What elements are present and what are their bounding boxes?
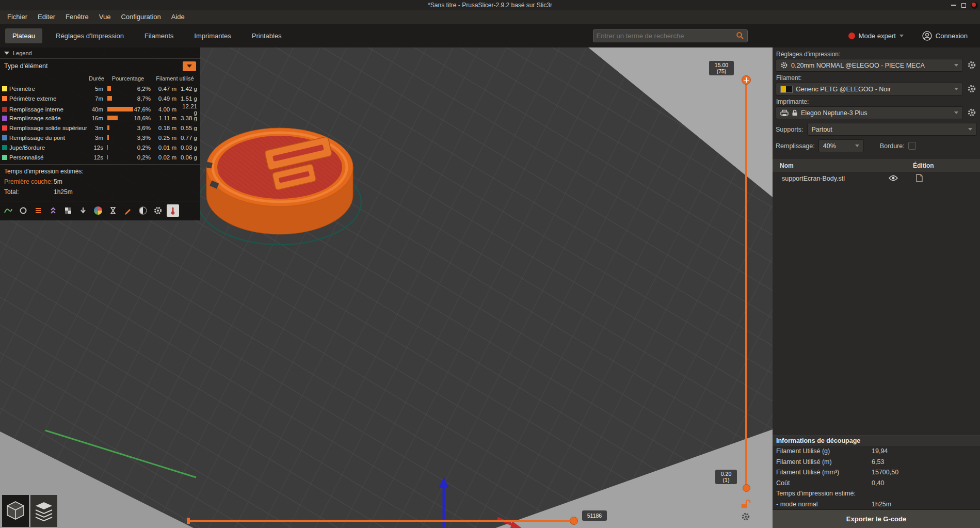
legend-row: Remplissage interne40m 47,6%4.00 m12.21 … — [0, 103, 200, 113]
retractions-icon[interactable] — [32, 204, 44, 217]
move-slider-tooltip: 51186 — [582, 510, 607, 521]
move-slider-handle[interactable] — [570, 517, 578, 525]
tab-filaments[interactable]: Filaments — [137, 28, 181, 43]
infill-select[interactable]: 40% — [818, 139, 864, 152]
legend-collapse-icon[interactable] — [4, 52, 9, 55]
gear-icon — [967, 108, 976, 117]
print-settings-label: Réglages d'impression: — [776, 51, 980, 58]
edit-object-icon[interactable] — [913, 173, 925, 184]
options-icon[interactable] — [152, 204, 164, 217]
mode-label: Mode expert — [859, 32, 896, 40]
slice-info-row: Filament Utilisé (g)19,94 — [773, 446, 980, 457]
legend-toggle-icon[interactable] — [167, 204, 179, 217]
deretractions-icon[interactable] — [47, 204, 59, 217]
object-list-item[interactable]: supportEcran-Body.stl — [773, 172, 980, 185]
printer-select[interactable]: Elegoo Neptune-3 Plus — [776, 106, 963, 119]
menu-fichier[interactable]: Fichier — [2, 10, 33, 24]
pause-prints-icon[interactable] — [107, 204, 119, 217]
chevron-down-icon — [954, 111, 958, 114]
custom-gcodes-icon[interactable] — [122, 204, 134, 217]
right-sidebar: Réglages d'impression: 0.20mm NORMAL @EL… — [773, 47, 980, 528]
gcode-options-toolbar — [0, 201, 200, 220]
print-settings-gear-button[interactable] — [967, 60, 977, 71]
menu-vue[interactable]: Vue — [94, 10, 116, 24]
menu-fenetre[interactable]: Fenêtre — [60, 10, 94, 24]
menubar: Fichier Editer Fenêtre Vue Configuration… — [0, 10, 980, 24]
layer-slider-bottom-handle[interactable] — [743, 484, 750, 492]
search-input[interactable] — [597, 32, 736, 40]
tabbar: Plateau Réglages d'Impression Filaments … — [0, 24, 980, 47]
legend-row: Remplissage du pont3m 3,3%0.25 m0.77 g — [0, 133, 200, 142]
mode-selector[interactable]: Mode expert — [848, 32, 904, 40]
move-slider-track[interactable] — [189, 520, 574, 522]
feature-color-chip — [2, 125, 7, 131]
chevron-down-icon — [968, 128, 972, 131]
tab-imprimantes[interactable]: Imprimantes — [187, 28, 238, 43]
wipe-icon[interactable] — [17, 204, 29, 217]
legend-row: Remplissage solide supérieur3m 3,6%0.18 … — [0, 123, 200, 133]
travel-icon[interactable] — [2, 204, 14, 217]
feature-color-chip — [2, 135, 7, 140]
print-settings-select[interactable]: 0.20mm NORMAL @ELEGOO - PIECE MECA — [776, 59, 963, 72]
3d-editor-view-button[interactable] — [2, 495, 29, 527]
minimize-icon[interactable] — [951, 5, 956, 6]
filament-gear-button[interactable] — [967, 84, 977, 94]
feature-color-chip — [2, 96, 7, 101]
layer-slider-bottom-tooltip: 0.20 (1) — [715, 470, 737, 484]
titlebar: *Sans titre - PrusaSlicer-2.9.2 basé sur… — [0, 0, 980, 10]
layer-slider-track[interactable] — [745, 80, 747, 488]
menu-editer[interactable]: Editer — [33, 10, 60, 24]
feature-color-chip — [2, 145, 7, 150]
chevron-down-icon — [899, 35, 904, 37]
preview-view-button[interactable] — [30, 495, 57, 527]
slice-info-title: Informations de découpage — [773, 436, 980, 446]
visibility-eye-icon[interactable] — [887, 173, 899, 184]
user-icon — [922, 31, 932, 41]
slice-info-row: Filament Utilisé (mm³)15700,50 — [773, 467, 980, 478]
tool-changes-icon[interactable] — [77, 204, 89, 217]
supports-select[interactable]: Partout — [807, 123, 977, 136]
feature-color-chip — [2, 86, 7, 91]
brim-checkbox[interactable] — [908, 142, 916, 150]
login-button[interactable]: Connexion — [922, 31, 968, 41]
search-icon[interactable] — [736, 31, 744, 40]
chevron-down-icon — [187, 65, 192, 68]
filament-select[interactable]: Generic PETG @ELEGOO - Noir — [776, 83, 963, 95]
maximize-icon[interactable] — [961, 3, 966, 8]
view-type-label: Type d'élément — [4, 62, 47, 70]
object-list: Nom Édition supportEcran-Body.stl — [773, 159, 980, 185]
object-list-edit-header: Édition — [908, 162, 980, 169]
brim-label: Bordure: — [880, 142, 905, 150]
tab-reglages-impression[interactable]: Réglages d'Impression — [49, 28, 131, 43]
seams-icon[interactable] — [62, 204, 74, 217]
tab-plateau[interactable]: Plateau — [5, 28, 42, 43]
close-icon[interactable] — [971, 2, 978, 9]
slider-lock-icon[interactable] — [740, 499, 751, 510]
filament-label: Filament: — [776, 74, 980, 82]
legend-row: Remplissage solide16m 18,6%1.11 m3.38 g — [0, 113, 200, 123]
menu-aide[interactable]: Aide — [166, 10, 190, 24]
supports-value: Partout — [812, 126, 965, 133]
feature-color-chip — [2, 155, 7, 160]
shells-icon[interactable] — [137, 204, 149, 217]
legend-row: Jupe/Bordure12s 0,2%0.01 m0.03 g — [0, 142, 200, 152]
total-time-label: Total: — [4, 188, 54, 196]
printer-gear-button[interactable] — [967, 108, 977, 118]
legend-row: Périmètre externe7m 8,7%0.49 m1.51 g — [0, 93, 200, 103]
slider-gear-icon[interactable] — [741, 512, 751, 522]
first-layer-label: Première couche: — [4, 178, 54, 185]
expert-mode-icon — [848, 33, 855, 39]
menu-configuration[interactable]: Configuration — [116, 10, 166, 24]
printer-value: Elegoo Neptune-3 Plus — [801, 109, 951, 117]
cube-icon — [5, 499, 26, 523]
search-box[interactable] — [593, 29, 748, 42]
tab-printables[interactable]: Printables — [245, 28, 289, 43]
legend-panel: Legend Type d'élément Durée Pourcentage … — [0, 47, 200, 220]
view-type-dropdown-button[interactable] — [183, 61, 196, 71]
chevron-down-icon — [954, 88, 958, 90]
legend-title: Legend — [13, 50, 32, 56]
export-gcode-button[interactable]: Exporter le G-code — [773, 509, 980, 528]
infill-value: 40% — [823, 142, 852, 150]
color-changes-icon[interactable] — [92, 204, 104, 217]
layer-slider-top-handle[interactable] — [742, 75, 751, 85]
